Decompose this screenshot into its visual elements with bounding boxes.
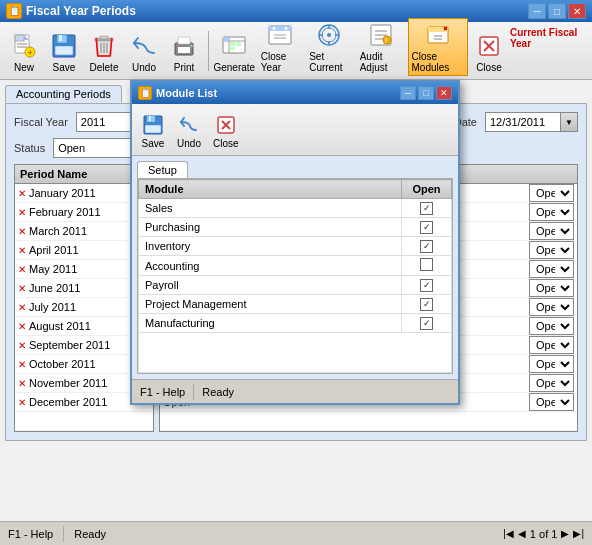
save-button[interactable]: Save xyxy=(45,29,83,76)
status-select[interactable]: Open xyxy=(529,260,574,278)
last-page-button[interactable]: ▶| xyxy=(573,528,584,539)
dialog-close-button[interactable]: ✕ xyxy=(436,86,452,100)
close-year-button[interactable]: Close Year xyxy=(257,18,303,76)
generate-button[interactable]: Generate xyxy=(214,29,255,76)
close-button[interactable]: Close xyxy=(470,29,508,76)
dialog-setup-tab[interactable]: Setup xyxy=(137,161,188,178)
audit-adjust-button[interactable]: ! Audit Adjust xyxy=(356,18,406,76)
dialog-undo-button[interactable]: Undo xyxy=(173,111,205,152)
end-date-dropdown[interactable]: ▼ xyxy=(560,112,578,132)
end-date-input[interactable] xyxy=(485,112,560,132)
close-modules-label: Close Modules xyxy=(412,51,464,73)
dialog-content: Setup Module Open Sales xyxy=(132,156,458,379)
svg-rect-13 xyxy=(100,36,108,39)
dialog-status-divider xyxy=(193,384,194,400)
svg-rect-29 xyxy=(269,26,291,31)
status-select[interactable]: Open xyxy=(529,355,574,373)
title-bar-controls: ─ □ ✕ xyxy=(528,3,586,19)
dialog-close-btn[interactable]: Close xyxy=(209,111,243,152)
payroll-checkbox[interactable]: ✓ xyxy=(420,279,433,292)
prev-page-button[interactable]: ◀ xyxy=(518,528,526,539)
project-mgmt-checkbox[interactable]: ✓ xyxy=(420,298,433,311)
module-name: Project Management xyxy=(139,295,402,314)
module-name: Manufacturing xyxy=(139,314,402,333)
print-button[interactable]: Print xyxy=(165,29,203,76)
dialog-toolbar: Save Undo Close xyxy=(132,104,458,156)
svg-point-31 xyxy=(284,27,287,30)
svg-text:!: ! xyxy=(385,37,387,44)
module-name: Purchasing xyxy=(139,218,402,237)
dialog-status-bar: F1 - Help Ready xyxy=(132,379,458,403)
status-select[interactable]: Open xyxy=(529,298,574,316)
close-modules-button[interactable]: Close Modules xyxy=(408,18,468,76)
delete-button[interactable]: Delete xyxy=(85,29,123,76)
table-row: Project Management ✓ xyxy=(139,295,452,314)
dialog-save-button[interactable]: Save xyxy=(137,111,169,152)
dialog-minimize-button[interactable]: ─ xyxy=(400,86,416,100)
inventory-checkbox[interactable]: ✓ xyxy=(420,240,433,253)
svg-rect-19 xyxy=(178,37,190,44)
svg-rect-1 xyxy=(15,35,24,41)
current-fiscal-year-label: Current Fiscal Year xyxy=(510,27,582,49)
toolbar: + New Save Delete Undo xyxy=(0,22,592,80)
undo-label: Undo xyxy=(132,62,156,73)
accounting-periods-tab[interactable]: Accounting Periods xyxy=(5,85,122,103)
dialog-icon: 📋 xyxy=(138,86,152,100)
new-label: New xyxy=(14,62,34,73)
status-select[interactable]: Open xyxy=(529,184,574,202)
open-col-header: Open xyxy=(402,180,452,199)
add-period-row[interactable]: ✕ xyxy=(15,412,153,431)
status-select[interactable]: Open xyxy=(529,317,574,335)
first-page-button[interactable]: |◀ xyxy=(503,528,514,539)
window-title: Fiscal Year Periods xyxy=(26,4,136,18)
module-name: Inventory xyxy=(139,237,402,256)
module-col-header: Module xyxy=(139,180,402,199)
status-select[interactable]: Open xyxy=(529,279,574,297)
dialog-close-label: Close xyxy=(213,138,239,149)
undo-button[interactable]: Undo xyxy=(125,29,163,76)
table-row: Accounting xyxy=(139,256,452,276)
maximize-button[interactable]: □ xyxy=(548,3,566,19)
sales-checkbox[interactable]: ✓ xyxy=(420,202,433,215)
svg-text:+: + xyxy=(28,48,33,58)
toolbar-sep-1 xyxy=(208,31,209,71)
set-current-button[interactable]: Set Current xyxy=(305,18,354,76)
minimize-button[interactable]: ─ xyxy=(528,3,546,19)
status-select[interactable]: Open xyxy=(529,222,574,240)
dialog-maximize-button[interactable]: □ xyxy=(418,86,434,100)
status-select[interactable]: Open xyxy=(529,393,574,411)
status-select[interactable]: Open xyxy=(529,241,574,259)
page-info: 1 of 1 xyxy=(530,528,558,540)
manufacturing-checkbox[interactable]: ✓ xyxy=(420,317,433,330)
next-page-button[interactable]: ▶ xyxy=(561,528,569,539)
new-button[interactable]: + New xyxy=(5,29,43,76)
svg-point-36 xyxy=(327,33,331,37)
table-row: Manufacturing ✓ xyxy=(139,314,452,333)
close-window-button[interactable]: ✕ xyxy=(568,3,586,19)
svg-rect-26 xyxy=(236,42,241,46)
dialog-controls: ─ □ ✕ xyxy=(400,86,452,100)
delete-label: Delete xyxy=(90,62,119,73)
status-select[interactable]: Open xyxy=(529,374,574,392)
table-row: Inventory ✓ xyxy=(139,237,452,256)
module-name: Sales xyxy=(139,199,402,218)
status-select[interactable]: Open xyxy=(529,203,574,221)
close-label: Close xyxy=(476,62,502,73)
fiscal-year-label: Fiscal Year xyxy=(14,116,68,128)
svg-rect-25 xyxy=(230,42,235,46)
svg-rect-58 xyxy=(149,116,151,121)
svg-rect-59 xyxy=(145,125,161,133)
accounting-checkbox[interactable] xyxy=(420,258,433,271)
dialog-undo-label: Undo xyxy=(177,138,201,149)
svg-rect-10 xyxy=(55,46,73,55)
dialog-save-label: Save xyxy=(142,138,165,149)
svg-point-30 xyxy=(272,27,275,30)
set-current-label: Set Current xyxy=(309,51,350,73)
dialog-title-bar: 📋 Module List ─ □ ✕ xyxy=(132,82,458,104)
status-select[interactable]: Open xyxy=(529,336,574,354)
help-text: F1 - Help xyxy=(8,528,53,540)
page-nav: |◀ ◀ 1 of 1 ▶ ▶| xyxy=(503,528,584,540)
module-name: Accounting xyxy=(139,256,402,276)
audit-adjust-label: Audit Adjust xyxy=(360,51,402,73)
purchasing-checkbox[interactable]: ✓ xyxy=(420,221,433,234)
